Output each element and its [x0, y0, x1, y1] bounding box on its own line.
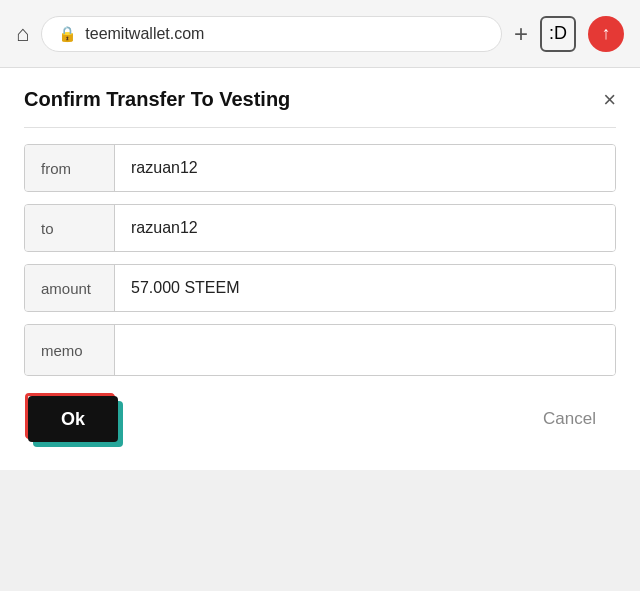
- home-icon[interactable]: ⌂: [16, 21, 29, 47]
- url-text: teemitwallet.com: [85, 25, 204, 43]
- to-value: razuan12: [115, 205, 615, 251]
- amount-label: amount: [25, 265, 115, 311]
- from-row: from razuan12: [24, 144, 616, 192]
- to-row: to razuan12: [24, 204, 616, 252]
- add-tab-icon[interactable]: +: [514, 20, 528, 48]
- modal-title: Confirm Transfer To Vesting: [24, 88, 290, 111]
- modal-actions: Ok Cancel: [24, 396, 616, 442]
- amount-row: amount 57.000 STEEM: [24, 264, 616, 312]
- to-label: to: [25, 205, 115, 251]
- browser-chrome: ⌂ 🔒 teemitwallet.com + :D ↑: [0, 0, 640, 68]
- memo-row: memo: [24, 324, 616, 376]
- lock-icon: 🔒: [58, 25, 77, 43]
- amount-value: 57.000 STEEM: [115, 265, 615, 311]
- url-bar[interactable]: 🔒 teemitwallet.com: [41, 16, 502, 52]
- upload-icon[interactable]: ↑: [588, 16, 624, 52]
- from-value: razuan12: [115, 145, 615, 191]
- ok-button-wrapper: Ok: [28, 396, 118, 442]
- tab-emoji-icon[interactable]: :D: [540, 16, 576, 52]
- ok-button[interactable]: Ok: [28, 396, 118, 442]
- memo-label: memo: [25, 325, 115, 375]
- modal-header: Confirm Transfer To Vesting ×: [24, 88, 616, 111]
- modal-divider: [24, 127, 616, 128]
- close-button[interactable]: ×: [603, 89, 616, 111]
- cancel-button[interactable]: Cancel: [527, 399, 612, 439]
- modal-overlay: Confirm Transfer To Vesting × from razua…: [0, 68, 640, 470]
- from-label: from: [25, 145, 115, 191]
- memo-value[interactable]: [115, 325, 615, 375]
